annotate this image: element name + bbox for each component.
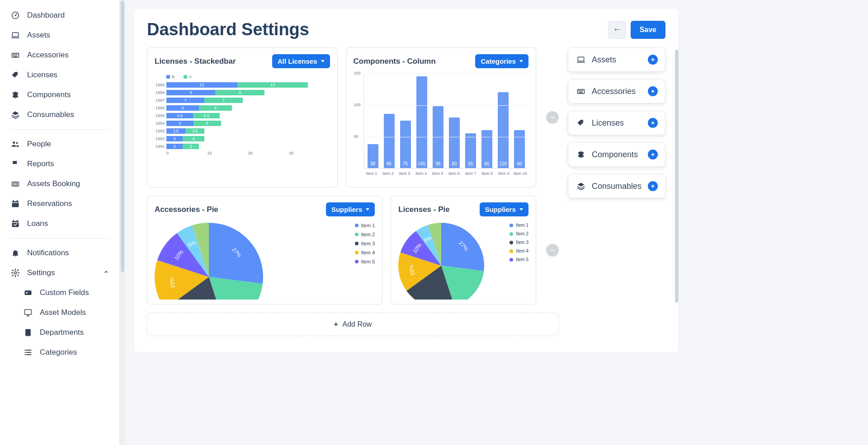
widget-title: Licenses - Stackedbar [155,57,236,66]
content-scrollbar[interactable] [675,50,679,321]
sidebar-item-label: Settings [27,268,55,277]
stacked-bar-chart: BA1999131319989919977719966619954.94.919… [155,75,330,155]
remove-row-button[interactable]: − [546,111,559,124]
main-content: Dashboard Settings ← Save Licenses - Sta… [125,0,687,445]
widget-palette: Assets+Accessories+Licenses+Components+C… [568,47,665,336]
sidebar-item-dashboard[interactable]: Dashboard [0,5,119,25]
sidebar-item-assets-booking[interactable]: Assets Booking [0,174,119,194]
sidebar-item-people[interactable]: People [0,134,119,154]
keyboard-icon [10,50,21,61]
filter-select-categories[interactable]: Categories [475,54,528,68]
palette-item-consumables[interactable]: Consumables+ [568,174,665,198]
sidebar-item-label: Licenses [27,70,57,80]
layers-icon [576,181,586,192]
gauge-icon [10,10,21,21]
sidebar-item-loans[interactable]: Loans [0,214,119,234]
sidebar-item-assets[interactable]: Assets [0,25,119,45]
palette-item-assets[interactable]: Assets+ [568,47,665,72]
svg-point-5 [13,141,15,144]
svg-rect-14 [25,309,32,314]
list-icon [23,347,33,358]
chevron-up-icon [103,268,109,277]
filter-select-all-licenses[interactable]: All Licenses [272,54,330,68]
sidebar-item-label: Custom Fields [40,288,89,297]
palette-item-accessories[interactable]: Accessories+ [568,79,665,103]
layers-icon [10,109,21,120]
add-row-button[interactable]: + Add Row [147,313,559,336]
sidebar-subitem-asset-models[interactable]: Asset Models [0,303,119,323]
palette-item-label: Licenses [592,118,624,128]
svg-rect-19 [29,332,30,333]
svg-rect-20 [28,334,28,336]
widget-title: Accessories - Pie [155,205,218,214]
filter-select-suppliers[interactable]: Suppliers [480,202,528,216]
sidebar-item-label: Loans [27,219,48,228]
legend-item: Item 3 [509,240,528,245]
filter-select-suppliers[interactable]: Suppliers [326,202,375,216]
sidebar-item-label: Dashboard [27,11,65,20]
calendar-icon [10,198,21,209]
save-button[interactable]: Save [631,21,665,39]
sidebar-item-label: Categories [40,348,77,357]
sidebar-subitem-departments[interactable]: Departments [0,323,119,342]
sidebar-item-label: Reports [27,159,54,169]
palette-item-components[interactable]: Components+ [568,142,665,167]
sidebar: DashboardAssetsAccessoriesLicensesCompon… [0,0,120,445]
widget-accessories-pie[interactable]: Accessories - Pie Suppliers 27%15%10%5% … [147,196,382,304]
filter-select-label: Suppliers [331,206,362,213]
palette-item-label: Assets [592,55,616,65]
widget-components-column[interactable]: Components - Column Categories 501001503… [346,47,537,187]
puzzle-icon [10,89,21,100]
sidebar-item-reservations[interactable]: Reservations [0,194,119,214]
sidebar-item-accessories[interactable]: Accessories [0,45,119,65]
remove-row-button[interactable]: − [546,244,559,257]
svg-rect-18 [27,332,28,333]
widget-title: Licenses - Pie [398,205,449,214]
palette-item-label: Components [592,150,638,159]
legend-item: Item 2 [355,232,375,237]
svg-point-6 [16,142,18,144]
svg-rect-17 [29,330,30,331]
flag-icon [10,159,21,169]
ticket-icon [10,178,21,189]
sidebar-subitem-custom-fields[interactable]: Custom Fields [0,283,119,303]
page-title: Dashboard Settings [147,20,309,39]
sidebar-item-licenses[interactable]: Licenses [0,65,119,85]
sidebar-item-components[interactable]: Components [0,85,119,105]
svg-rect-13 [26,292,28,294]
calendar-check-icon [10,218,21,229]
pie-legend: Item 1Item 2Item 3Item 4Item 5 [509,223,528,266]
svg-rect-7 [12,182,19,186]
sidebar-item-label: Assets [27,31,50,40]
sidebar-item-reports[interactable]: Reports [0,154,119,174]
sidebar-item-consumables[interactable]: Consumables [0,105,119,125]
svg-rect-10 [12,221,19,227]
sidebar-item-label: Reservations [27,199,72,208]
caret-down-icon [519,60,523,62]
legend-item: Item 1 [355,223,375,228]
widget-licenses-pie[interactable]: Licenses - Pie Suppliers 27%15%10%5% Ite… [391,196,536,304]
sidebar-subitem-categories[interactable]: Categories [0,342,119,362]
plus-circle-icon: + [648,86,658,96]
sidebar-item-label: Departments [40,328,84,337]
caret-down-icon [366,208,369,211]
plus-circle-icon: + [648,118,658,128]
pie-chart: 27%15%10%5% [155,223,263,300]
sidebar-scrollbar[interactable] [120,0,125,445]
plus-circle-icon: + [648,55,658,65]
svg-point-1 [15,15,16,16]
svg-rect-29 [578,57,584,61]
sidebar-item-settings[interactable]: Settings [0,263,119,283]
widget-licenses-stackedbar[interactable]: Licenses - Stackedbar All Licenses BA199… [147,47,338,187]
column-chart: 501001503886751459880556012060Item 1Item… [354,74,529,176]
back-button[interactable]: ← [608,21,626,39]
filter-select-label: Suppliers [485,206,516,213]
legend-item: Item 3 [355,241,375,246]
palette-item-licenses[interactable]: Licenses+ [568,111,665,135]
legend-item: Item 5 [355,259,375,264]
tag-icon [10,70,21,80]
sidebar-item-notifications[interactable]: Notifications [0,243,119,263]
people-icon [10,139,21,150]
svg-rect-16 [27,330,28,331]
plus-circle-icon: + [648,150,658,159]
